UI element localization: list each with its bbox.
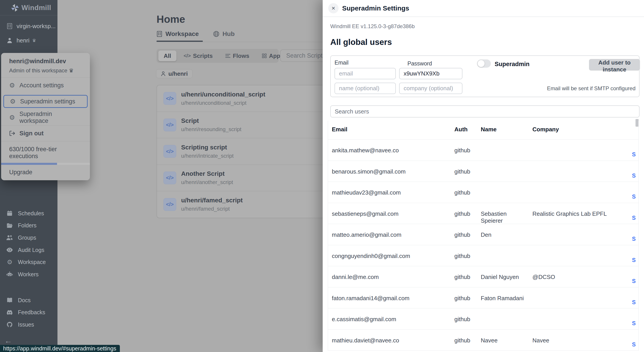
kind-filter: All </> Scripts Flows Apps — [156, 49, 278, 63]
person-icon — [161, 71, 166, 76]
owner-filter-chip[interactable]: u/henri — [156, 69, 192, 78]
sidebar-item-schedules[interactable]: Schedules — [6, 207, 56, 219]
set-password-button[interactable]: S — [632, 341, 636, 348]
user-email-cell: faton.ramadani14@gmail.com — [332, 295, 450, 302]
code-icon: </> — [164, 172, 176, 184]
logout-icon — [9, 130, 15, 136]
company-field[interactable] — [399, 83, 462, 94]
user-auth-cell: github — [454, 147, 470, 154]
script-path: u/henri/unconditional_script — [181, 100, 265, 106]
workspace-switcher[interactable]: virgin-worksp... — [6, 22, 58, 31]
sidebar-item-feedbacks[interactable]: Feedbacks — [6, 306, 56, 319]
user-row: mathieudav23@gmail.com github S — [328, 181, 638, 203]
user-dropdown-header: henri@windmill.dev Admin of this workspa… — [1, 53, 90, 77]
user-auth-cell: github — [454, 295, 470, 302]
menu-item-superadmin-settings[interactable]: ⚙ Superadmin settings — [4, 96, 87, 107]
usage-text: 630/1000 free-tier executions — [1, 141, 90, 163]
section-heading: All global users — [330, 37, 392, 47]
email-label: Email — [334, 59, 348, 66]
users-table: Email Auth Name Company ankita.mathew@na… — [328, 121, 639, 351]
script-path: u/henri/another_script — [181, 179, 233, 185]
menu-item-upgrade[interactable]: Upgrade — [1, 165, 90, 180]
windmill-logo[interactable]: Windmill — [0, 0, 58, 15]
sidebar-item-folders[interactable]: Folders — [6, 219, 56, 232]
close-icon[interactable]: × — [328, 3, 338, 13]
user-name-cell: Den — [481, 231, 530, 238]
sidebar-item-docs[interactable]: Docs — [6, 294, 56, 306]
user-company-cell: @DCSO — [532, 274, 628, 281]
set-password-button[interactable]: S — [632, 320, 636, 327]
sidebar-item-groups[interactable]: Groups — [6, 232, 56, 244]
globe-icon — [213, 31, 219, 37]
filter-all[interactable]: All — [158, 50, 176, 61]
calendar-icon — [6, 210, 13, 216]
user-name-cell: Faton Ramadani — [481, 295, 530, 302]
sidebar-item-audit-logs[interactable]: Audit Logs — [6, 244, 56, 256]
user-dropdown-menu: henri@windmill.dev Admin of this workspa… — [1, 53, 90, 180]
user-email-cell: e.cassimatis@gmail.com — [332, 316, 450, 323]
page-title: Home — [156, 13, 185, 25]
user-email: henri@windmill.dev — [9, 58, 82, 65]
gear-icon: ⚙ — [10, 98, 16, 105]
set-password-button[interactable]: S — [632, 151, 636, 158]
user-email-cell: mathieudav23@gmail.com — [332, 189, 450, 196]
script-title: Scripting script — [181, 144, 234, 151]
user-row: matteo.amerio@gmail.com github Den S — [328, 224, 638, 245]
menu-item-label: Sign out — [20, 130, 44, 137]
smtp-note: Email will be sent if SMTP configured — [547, 85, 636, 92]
email-field[interactable] — [334, 68, 396, 79]
person-icon — [6, 37, 13, 43]
set-password-button[interactable]: S — [632, 215, 636, 221]
usage-progress-fill — [1, 163, 57, 165]
menu-item-label: Account settings — [20, 82, 64, 89]
status-url-tooltip: https://app.windmill.dev/#superadmin-set… — [0, 345, 120, 352]
user-auth-cell: github — [454, 316, 470, 323]
collapse-sidebar-icon[interactable]: ← — [4, 336, 12, 345]
sidebar-nav: Schedules Folders Groups Audit Logs ⚙ Wo… — [6, 207, 56, 281]
user-company-cell: Navee — [532, 337, 628, 344]
filter-scripts[interactable]: </> Scripts — [178, 50, 218, 61]
sidebar-item-workspace[interactable]: ⚙ Workspace — [6, 256, 56, 268]
search-users-input[interactable] — [330, 105, 640, 118]
drawer-title: Superadmin Settings — [342, 4, 409, 12]
user-auth-cell: github — [454, 189, 470, 196]
password-field[interactable] — [399, 68, 462, 79]
user-menu-trigger[interactable]: henri ♛ — [6, 36, 58, 45]
set-password-button[interactable]: S — [632, 173, 636, 179]
name-field[interactable] — [334, 83, 396, 94]
user-email-cell: sebastieneps@gmail.com — [332, 210, 450, 217]
superadmin-toggle[interactable] — [477, 59, 491, 68]
menu-item-account-settings[interactable]: ⚙ Account settings — [1, 77, 90, 93]
gear-icon: ⚙ — [9, 114, 15, 121]
sidebar-item-label: Issues — [18, 321, 34, 328]
user-auth-cell: github — [454, 168, 470, 175]
user-email-cell: congnguyendinh0@gmail.com — [332, 253, 450, 260]
script-path: u/henri/resounding_script — [181, 127, 242, 132]
user-auth-cell: github — [454, 253, 470, 260]
user-row: congnguyendinh0@gmail.com github S — [328, 245, 638, 266]
set-password-button[interactable]: S — [632, 257, 636, 263]
tab-hub[interactable]: Hub — [213, 30, 234, 43]
sidebar-item-workers[interactable]: Workers — [6, 268, 56, 281]
toggle-knob — [478, 60, 484, 67]
filter-flows[interactable]: Flows — [220, 50, 255, 61]
column-header-email: Email — [332, 126, 450, 133]
script-path: u/henri/intricate_script — [181, 153, 234, 159]
set-password-button[interactable]: S — [632, 299, 636, 306]
set-password-button[interactable]: S — [632, 236, 636, 242]
script-title: u/henri/famed_script — [181, 197, 242, 203]
column-header-name: Name — [481, 126, 530, 133]
column-header-auth: Auth — [454, 126, 468, 133]
folder-icon — [6, 223, 13, 228]
code-icon: </> — [164, 119, 176, 131]
sidebar-item-issues[interactable]: Issues — [6, 319, 56, 331]
add-user-button[interactable]: Add user to instance — [589, 59, 640, 71]
user-row: sebastieneps@gmail.com github Sebastien … — [328, 203, 638, 224]
set-password-button[interactable]: S — [632, 193, 636, 200]
menu-item-superadmin-workspace[interactable]: ⚙ Superadmin workspace — [1, 110, 90, 125]
set-password-button[interactable]: S — [632, 278, 636, 284]
tab-label: Workspace — [166, 30, 199, 37]
users-table-header: Email Auth Name Company — [328, 121, 638, 139]
user-row: faton.ramadani14@gmail.com github Faton … — [328, 287, 638, 309]
menu-item-sign-out[interactable]: Sign out — [1, 126, 90, 141]
